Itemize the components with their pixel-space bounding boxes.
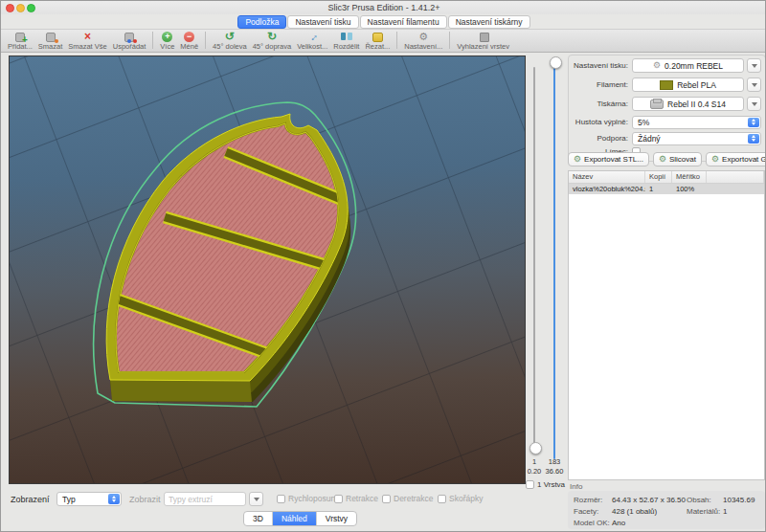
fewer-copies-icon: − (183, 31, 196, 42)
printer-label: Tiskárna: (568, 100, 632, 108)
scale-icon: ↔ (305, 31, 319, 42)
print-settings-dropdown-button[interactable] (747, 58, 761, 73)
extrusion-types-dropdown-button[interactable] (249, 492, 263, 506)
tab-filament-settings[interactable]: Nastavení filamentu (360, 15, 447, 29)
title-bar: Slic3r Prusa Edition - 1.41.2+ (1, 1, 766, 14)
volume-value: 10345.69 (723, 496, 761, 504)
fewer-copies-button[interactable]: − Méně (177, 30, 201, 52)
tab-print-settings[interactable]: Nastavení tisku (287, 15, 358, 29)
object-table-row[interactable]: vlozka%20obluk%204.stl 1 100% (569, 184, 764, 194)
layer-bottom-slider[interactable] (533, 67, 535, 450)
delete-icon (44, 31, 57, 42)
column-copies[interactable]: Kopií (645, 171, 672, 183)
travel-toggle[interactable]: Rychloposun (277, 494, 335, 503)
popup-stepper-icon (748, 134, 759, 144)
shells-checkbox[interactable] (438, 495, 446, 503)
export-gcode-button[interactable]: ⚙ Exportovat G-kód... (706, 152, 766, 166)
3d-preview-viewport[interactable] (9, 55, 526, 484)
slice-label: Slicovat (669, 155, 696, 164)
filament-label: Filament: (568, 80, 632, 89)
slice-icon: ⚙ (659, 155, 666, 164)
slice-button[interactable]: ⚙ Slicovat (653, 152, 702, 166)
travel-checkbox[interactable] (277, 495, 285, 503)
delete-button[interactable]: Smazat (35, 30, 65, 52)
view-mode-value: Typ (62, 495, 76, 504)
facets-label: Facety: (574, 507, 612, 516)
scale-button[interactable]: ↔ Velikost... (294, 30, 330, 52)
retractions-checkbox[interactable] (334, 495, 343, 503)
object-settings-button[interactable]: ⚙ Nastavení... (401, 30, 445, 52)
column-name[interactable]: Název (569, 171, 645, 183)
volume-label: Obsah: (687, 496, 723, 504)
rotate-left-button[interactable]: ↺ 45° doleva (210, 30, 250, 52)
delete-all-button[interactable]: × Smazat Vše (65, 30, 109, 52)
add-button[interactable]: + Přidat... (5, 30, 35, 52)
deretractions-label: Deretrakce (394, 494, 434, 503)
column-filler (707, 171, 764, 183)
export-stl-icon: ⚙ (574, 155, 581, 164)
deretractions-checkbox[interactable] (382, 495, 391, 503)
deretractions-toggle[interactable]: Deretrakce (382, 494, 434, 503)
arrange-icon (123, 31, 136, 42)
filament-dropdown-button[interactable] (747, 78, 761, 92)
mode-preview-button[interactable]: Náhled (273, 512, 317, 525)
info-box: Rozměr: 64.43 x 52.67 x 36.50 Obsah: 103… (568, 491, 765, 529)
mode-3d-button[interactable]: 3D (244, 512, 273, 525)
mode-layers-button[interactable]: Vrstvy (317, 512, 356, 525)
layer-top-slider[interactable] (553, 61, 555, 459)
more-copies-label: Více (160, 42, 174, 51)
more-copies-button[interactable]: + Více (157, 30, 177, 52)
layer-smoothing-icon (477, 31, 490, 42)
rotate-right-button[interactable]: ↻ 45° doprava (250, 30, 295, 52)
arrange-label: Uspořádat (113, 42, 146, 51)
view-mode-select[interactable]: Typ (56, 492, 122, 506)
layer-top-slider-handle[interactable] (550, 56, 562, 69)
tab-printer-settings[interactable]: Nastavení tiskárny (448, 15, 530, 29)
shells-label: Skořápky (449, 494, 483, 503)
printer-icon (650, 100, 664, 109)
print-settings-select[interactable]: ⚙ 0.20mm REBEL (632, 58, 744, 73)
object-settings-label: Nastavení... (404, 42, 442, 51)
view-mode-label: Zobrazení (11, 495, 50, 504)
size-label: Rozměr: (574, 496, 612, 504)
layer-smoothing-label: Vyhlazení vrstev (457, 42, 509, 51)
add-label: Přidat... (8, 42, 33, 51)
layer-smoothing-button[interactable]: Vyhlazení vrstev (454, 30, 512, 52)
printer-dropdown-button[interactable] (747, 97, 761, 111)
retractions-toggle[interactable]: Retrakce (334, 494, 378, 503)
extrusion-types-input[interactable] (164, 492, 246, 506)
filament-select[interactable]: Rebel PLA (632, 78, 744, 92)
cut-button[interactable]: Řezat... (362, 30, 393, 52)
object-copies-cell: 1 (645, 184, 672, 194)
cut-icon (371, 31, 384, 42)
fewer-copies-label: Méně (180, 42, 198, 51)
right-panel: Nastavení tisku: ⚙ 0.20mm REBEL Filament… (568, 53, 766, 532)
object-list-table[interactable]: Název Kopií Měřítko vlozka%20obluk%204.s… (568, 170, 765, 480)
printer-select[interactable]: Rebel II 0.4 S14 (632, 97, 744, 111)
gear-icon: ⚙ (653, 61, 661, 70)
toolbar: + Přidat... Smazat × Smazat Vše Uspořáda… (1, 29, 766, 53)
top-layer-number: 183 (542, 457, 567, 466)
size-value: 64.43 x 52.67 x 36.50 (612, 496, 687, 504)
split-button[interactable]: Rozdělit (330, 30, 362, 52)
materials-label: Materiálů: (687, 507, 723, 516)
arrange-button[interactable]: Uspořádat (110, 30, 149, 52)
support-select[interactable]: Žádný (632, 132, 761, 145)
export-stl-button[interactable]: ⚙ Exportovat STL... (568, 152, 649, 166)
settings-icon: ⚙ (417, 31, 430, 42)
support-label: Podpora: (568, 134, 632, 143)
print-settings-value: 0.20mm REBEL (665, 61, 723, 71)
export-gcode-label: Exportovat G-kód... (722, 155, 766, 164)
layer-bottom-slider-handle[interactable] (529, 442, 542, 454)
tab-platter[interactable]: Podložka (237, 15, 286, 29)
retractions-label: Retrakce (346, 494, 378, 503)
export-gcode-icon: ⚙ (711, 155, 719, 164)
materials-value: 1 (723, 507, 761, 516)
split-icon (340, 31, 353, 42)
filament-value: Rebel PLA (677, 80, 716, 90)
view-mode-switcher: 3D Náhled Vrstvy (243, 511, 357, 526)
toolbar-separator (449, 32, 450, 49)
infill-select[interactable]: 5% (632, 116, 761, 129)
shells-toggle[interactable]: Skořápky (438, 494, 483, 503)
column-scale[interactable]: Měřítko (672, 171, 707, 183)
